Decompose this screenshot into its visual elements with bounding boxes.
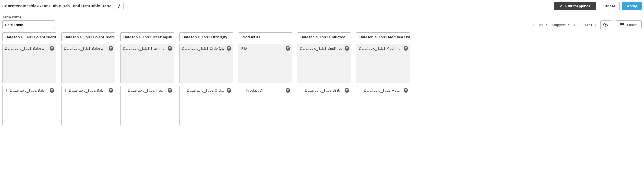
field-chip-label: PID [241,46,284,51]
cancel-label: Cancel [603,4,615,8]
remove-field-icon[interactable]: ✕ [109,88,113,93]
swap-tables-button[interactable] [114,2,124,10]
mapping-column: DataTable_Tab1.TrackingNu... DataTable_T… [120,32,174,125]
page-title: Concatenate tables - DataTable_Tab1 and … [2,4,111,8]
svg-point-0 [605,24,607,26]
source-table-box: DataTable_Tab1.TrackingN... ✕ [120,44,174,83]
visibility-toggle-button[interactable] [600,20,611,29]
drag-handle-icon[interactable] [123,89,126,92]
remove-field-icon[interactable]: ✕ [286,46,290,51]
field-chip[interactable]: DataTable_Tab2.Order... ✕ [180,86,233,95]
mapping-column: DataTable_Tab1.SalesOrderID DataTable_Ta… [2,32,56,125]
mapping-column: Product ID PID ✕ ProductID ✕ [238,32,292,125]
source-table-box: DataTable_Tab1.SalesOrd... ✕ [61,44,115,83]
field-chip-label: DataTable_Tab2.Tracki... [128,88,166,93]
mapping-column: DataTable_Tab1.UnitPrice DataTable_Tab1.… [297,32,351,125]
pencil-icon [559,4,563,8]
column-header[interactable]: DataTable_Tab1.SalesOrderD... [61,32,115,41]
fields-label: Fields: [533,23,544,27]
remove-field-icon[interactable]: ✕ [345,46,349,51]
field-chip-label: DataTable_Tab1.OrderQty [182,46,225,51]
field-chip[interactable]: DataTable_Tab2.UnitPr... ✕ [297,86,351,95]
list-icon [620,23,624,26]
eye-icon [603,23,609,27]
remove-field-icon[interactable]: ✕ [227,46,231,51]
field-chip-label: DataTable_Tab2.Sales... [69,88,107,93]
target-table-box: DataTable_Tab2.Order... ✕ [179,86,233,125]
field-chip-label: DataTable_Tab1.SalesOrd... [5,46,48,51]
remove-field-icon[interactable]: ✕ [50,88,54,93]
field-chip[interactable]: DataTable_Tab1.TrackingN... ✕ [121,44,174,53]
field-stats: Fields: 7 Mapped: 7 Unmapped: 0 Fields [533,20,642,29]
target-table-box: DataTable_Tab2.UnitPr... ✕ [297,86,351,125]
mapped-label: Mapped: [552,23,566,27]
drag-handle-icon[interactable] [300,89,303,92]
drag-handle-icon[interactable] [5,89,8,92]
field-chip-label: DataTable_Tab2.Sales... [10,88,48,93]
drag-handle-icon[interactable] [182,89,185,92]
target-table-box: DataTable_Tab2.Sales... ✕ [2,86,56,125]
unmapped-label: Unmapped: [574,23,593,27]
remove-field-icon[interactable]: ✕ [168,46,172,51]
drag-handle-icon[interactable] [64,89,67,92]
swap-icon [117,4,121,8]
column-header[interactable]: DataTable_Tab1.UnitPrice [297,32,351,41]
target-table-box: DataTable_Tab2.Sales... ✕ [61,86,115,125]
page-header: Concatenate tables - DataTable_Tab1 and … [0,0,644,12]
unmapped-count: 0 [594,23,596,27]
mapping-column: DataTable_Tab1.SalesOrderD... DataTable_… [61,32,115,125]
table-name-input[interactable] [2,20,55,29]
drag-handle-icon[interactable] [241,89,244,92]
field-chip[interactable]: DataTable_Tab1.SalesOrd... ✕ [3,44,56,53]
source-table-box: DataTable_Tab1.SalesOrd... ✕ [2,44,56,83]
fields-button-label: Fields [627,23,637,27]
column-header[interactable]: DataTable_Tab1.SalesOrderID [2,32,56,41]
field-chip[interactable]: DataTable_Tab1.OrderQty ✕ [180,44,233,53]
fields-menu-button[interactable]: Fields [616,20,642,29]
source-table-box: PID ✕ [238,44,292,83]
apply-button[interactable]: Apply [622,2,642,10]
field-chip[interactable]: PID ✕ [238,44,292,53]
field-chip-label: DataTable_Tab1.SalesOrd... [64,46,107,51]
target-table-box: ProductID ✕ [238,86,292,125]
field-chip[interactable]: DataTable_Tab2.Sales... ✕ [62,86,115,95]
target-table-box: DataTable_Tab2.Modifi... ✕ [356,86,410,125]
remove-field-icon[interactable]: ✕ [286,88,290,93]
column-header[interactable]: DataTable_Tab1.TrackingNu... [120,32,174,41]
fields-count: 7 [545,23,547,27]
remove-field-icon[interactable]: ✕ [345,88,349,93]
remove-field-icon[interactable]: ✕ [168,88,172,93]
mapping-column: DataTable_Tab1.OrderQty DataTable_Tab1.O… [179,32,233,125]
field-chip[interactable]: DataTable_Tab2.Tracki... ✕ [121,86,174,95]
cancel-button[interactable]: Cancel [598,2,620,10]
remove-field-icon[interactable]: ✕ [404,46,408,51]
remove-field-icon[interactable]: ✕ [227,88,231,93]
source-table-box: DataTable_Tab1.OrderQty ✕ [179,44,233,83]
remove-field-icon[interactable]: ✕ [109,46,113,51]
field-chip[interactable]: DataTable_Tab1.UnitPrice ✕ [297,44,351,53]
edit-mappings-button[interactable]: Edit mappings [554,2,596,10]
field-chip-label: DataTable_Tab1.UnitPrice [300,46,343,51]
field-chip[interactable]: DataTable_Tab2.Modifi... ✕ [356,86,410,95]
remove-field-icon[interactable]: ✕ [50,46,54,51]
edit-mappings-label: Edit mappings [565,4,591,8]
field-chip[interactable]: DataTable_Tab2.Sales... ✕ [3,86,56,95]
field-chip[interactable]: DataTable_Tab1.SalesOrd... ✕ [62,44,115,53]
column-header[interactable]: Product ID [238,32,292,41]
column-header[interactable]: DataTable_Tab1.Modified Date [356,32,410,41]
field-chip-label: ProductID [246,88,284,93]
field-chip-label: DataTable_Tab2.UnitPr... [305,88,343,93]
source-table-box: DataTable_Tab1.UnitPrice ✕ [297,44,351,83]
drag-handle-icon[interactable] [359,89,362,92]
apply-label: Apply [627,4,637,8]
field-chip[interactable]: DataTable_Tab1.Modified ... ✕ [356,44,410,53]
table-name-label: Table name: [2,15,55,19]
mapped-count: 7 [567,23,569,27]
remove-field-icon[interactable]: ✕ [404,88,408,93]
mapping-column: DataTable_Tab1.Modified Date DataTable_T… [356,32,410,125]
field-chip-label: DataTable_Tab2.Order... [187,88,225,93]
columns-container: DataTable_Tab1.SalesOrderID DataTable_Ta… [0,31,644,129]
target-table-box: DataTable_Tab2.Tracki... ✕ [120,86,174,125]
column-header[interactable]: DataTable_Tab1.OrderQty [179,32,233,41]
field-chip[interactable]: ProductID ✕ [238,86,292,95]
